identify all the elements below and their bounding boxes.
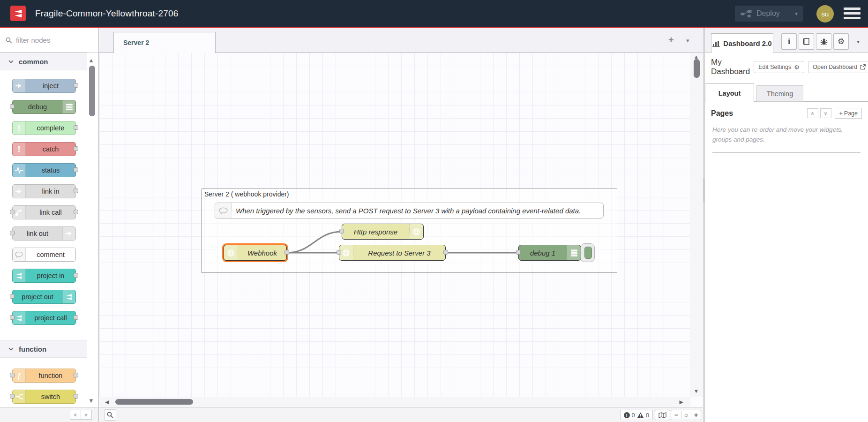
dashboard-panel: My Dashboard Edit Settings ⚙ Open Dashbo… <box>705 53 868 153</box>
output-port[interactable] <box>74 167 78 172</box>
palette-category-function[interactable]: function <box>0 340 87 358</box>
exclamation-icon: ! <box>13 143 26 156</box>
input-port[interactable] <box>10 394 15 399</box>
debug-enable-toggle[interactable] <box>580 243 595 262</box>
palette-filter-input[interactable] <box>16 36 86 44</box>
canvas-horizontal-scrollbar[interactable]: ◀ ▶ <box>99 397 690 407</box>
input-port[interactable] <box>10 231 15 235</box>
output-port[interactable] <box>74 273 78 278</box>
node-label: debug 1 <box>519 245 567 260</box>
navigator-button[interactable] <box>655 410 670 420</box>
expand-categories-button[interactable]: » <box>81 410 92 420</box>
splitter-handle[interactable] <box>703 178 704 202</box>
input-port[interactable] <box>10 104 15 109</box>
input-port[interactable] <box>516 250 521 255</box>
move-page-down-button[interactable]: » <box>820 108 831 118</box>
scroll-left-icon[interactable]: ◀ <box>105 399 109 405</box>
edit-settings-button[interactable]: Edit Settings ⚙ <box>754 61 804 73</box>
deploy-dropdown-chevron-icon[interactable]: ▾ <box>795 10 798 17</box>
external-link-icon <box>860 64 866 70</box>
output-port[interactable] <box>74 146 78 151</box>
open-dashboard-button[interactable]: Open Dashboard <box>808 61 868 73</box>
info-icon: i <box>788 37 790 46</box>
node-http-response[interactable]: Http response <box>342 224 424 240</box>
palette-node-link-out[interactable]: link out <box>12 226 76 241</box>
canvas-footer: ! 0 0 − ○ + <box>99 407 703 422</box>
move-page-up-button[interactable]: « <box>807 108 818 118</box>
palette-node-project-in[interactable]: project in <box>12 269 76 283</box>
user-avatar[interactable]: su <box>816 5 834 23</box>
zoom-in-button[interactable]: + <box>691 411 701 419</box>
notifications-button[interactable]: ! 0 0 <box>620 410 653 420</box>
palette-node-inject[interactable]: inject <box>12 79 76 93</box>
output-port[interactable] <box>284 250 289 255</box>
palette-scrollbar-thumb[interactable] <box>89 66 95 116</box>
canvas-vertical-scrollbar[interactable]: ▲ ▼ <box>690 53 703 397</box>
output-port[interactable] <box>443 250 448 255</box>
palette-node-debug[interactable]: debug <box>12 100 76 114</box>
add-flow-button[interactable]: + <box>668 35 674 45</box>
palette-scroll-down-icon[interactable]: ▼ <box>88 398 94 404</box>
input-port[interactable] <box>10 315 15 320</box>
palette-node-project-call[interactable]: project call <box>12 311 76 325</box>
palette-scroll-area[interactable]: common inject debug ! complete <box>0 53 98 407</box>
palette-search <box>0 28 98 53</box>
vertical-scrollbar-thumb[interactable] <box>694 59 700 78</box>
tab-label: Layout <box>718 90 741 97</box>
palette-node-project-out[interactable]: project out <box>12 290 76 304</box>
canvas-search-button[interactable] <box>104 409 116 421</box>
workspace: Server 2 + ▾ Server 2 ( webhook provider… <box>99 28 703 422</box>
sidebar-tab-help[interactable] <box>799 33 814 50</box>
input-port[interactable] <box>10 373 15 377</box>
output-port[interactable] <box>74 373 78 377</box>
palette-node-switch[interactable]: switch <box>12 390 76 404</box>
node-label: Http response <box>342 224 409 239</box>
project-logo-icon <box>13 269 26 282</box>
input-port[interactable] <box>339 229 344 234</box>
palette-node-link-call[interactable]: link call <box>12 205 76 219</box>
palette-node-link-in[interactable]: link in <box>12 184 76 198</box>
sidebar-menu-chevron-icon[interactable]: ▾ <box>857 38 860 45</box>
horizontal-scrollbar-thumb[interactable] <box>115 399 193 405</box>
output-port[interactable] <box>74 188 78 193</box>
output-port[interactable] <box>74 83 78 88</box>
sidebar-tab-info[interactable]: i <box>781 33 797 50</box>
palette-node-complete[interactable]: ! complete <box>12 121 76 135</box>
output-port[interactable] <box>74 125 78 130</box>
output-port[interactable] <box>74 394 78 399</box>
output-port[interactable] <box>74 210 78 214</box>
tab-theming[interactable]: Theming <box>756 85 803 102</box>
palette-node-label: status <box>26 164 75 177</box>
flow-tab-server2[interactable]: Server 2 <box>113 32 216 53</box>
sidebar-tab-config[interactable]: ⚙ <box>833 33 849 50</box>
palette-scroll-up-icon[interactable]: ▲ <box>88 57 94 63</box>
flow-canvas[interactable]: Server 2 ( webhook provider) When trigge… <box>99 53 703 407</box>
scroll-right-icon[interactable]: ▶ <box>680 399 683 405</box>
input-port[interactable] <box>10 210 15 214</box>
zoom-out-button[interactable]: − <box>671 411 681 419</box>
palette-node-status[interactable]: status <box>12 163 76 177</box>
palette-node-catch[interactable]: ! catch <box>12 142 76 156</box>
input-port[interactable] <box>337 250 341 255</box>
main-menu-button[interactable] <box>844 8 861 19</box>
node-debug-1[interactable]: debug 1 <box>518 245 581 261</box>
output-port[interactable] <box>74 315 78 320</box>
add-page-button[interactable]: + Page <box>835 108 862 119</box>
sidebar-tab-dashboard[interactable]: Dashboard 2.0 <box>711 33 773 53</box>
input-port[interactable] <box>10 294 15 299</box>
flow-list-chevron-icon[interactable]: ▾ <box>686 37 689 44</box>
scroll-down-icon[interactable]: ▼ <box>694 389 699 394</box>
zoom-reset-button[interactable]: ○ <box>681 411 691 419</box>
deploy-button[interactable]: Deploy ▾ <box>735 6 803 22</box>
palette-node-label: project call <box>26 311 75 324</box>
node-request-to-server3[interactable]: Request to Server 3 <box>339 245 446 261</box>
collapse-categories-button[interactable]: « <box>70 410 81 420</box>
comment-node[interactable]: When triggered by the sensors, send a PO… <box>215 203 604 219</box>
palette-node-comment[interactable]: comment <box>12 248 76 262</box>
tab-layout[interactable]: Layout <box>705 83 754 102</box>
palette-category-common[interactable]: common <box>0 53 87 70</box>
node-webhook[interactable]: Webhook <box>224 245 287 261</box>
palette-node-function[interactable]: f function <box>12 369 76 383</box>
sidebar-tab-debug[interactable] <box>816 33 831 50</box>
wire-webhook-httpresponse[interactable] <box>287 232 342 253</box>
